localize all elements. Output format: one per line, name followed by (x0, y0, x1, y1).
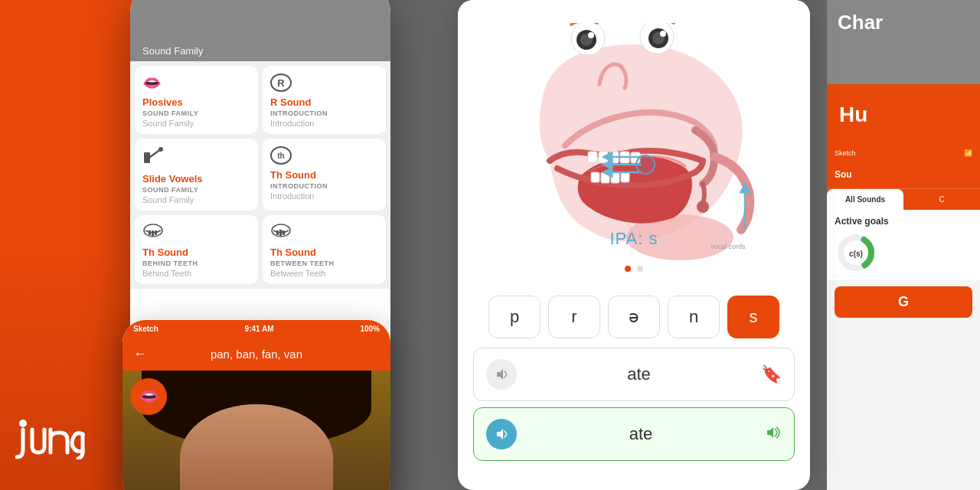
phoneme-btn-schwa[interactable]: ə (608, 296, 660, 338)
th-intro-subtitle: INTRODUCTION (270, 182, 378, 190)
tab-all-sounds[interactable]: All Sounds (827, 189, 903, 210)
th-behind-desc: Behind Teeth (142, 269, 250, 278)
th-intro-icon: th (270, 146, 378, 165)
svg-rect-20 (611, 172, 619, 183)
bookmark-button-1[interactable]: 🔖 (761, 364, 782, 384)
back-button[interactable]: ← (133, 346, 147, 362)
sound-family-header-label: Sound Family (142, 45, 203, 57)
phone-content-area: 👄 (122, 371, 390, 490)
status-battery: 100% (360, 325, 380, 333)
right-phone-status: Sketch 📶 (827, 145, 980, 161)
svg-point-26 (636, 155, 655, 174)
main-center-panel: vocal cords IPA: s p r ə n s ate 🔖 (458, 0, 810, 490)
svg-text:c(s): c(s) (849, 250, 863, 258)
right-phone-header-title: Sou (835, 169, 852, 180)
rsound-subtitle: INTRODUCTION (270, 109, 378, 117)
th-between-title: Th Sound (270, 247, 378, 258)
slide-vowels-icon (142, 146, 250, 168)
slide-vowels-subtitle: SOUND FAMILY (142, 186, 250, 194)
plosives-desc: Sound Family (142, 119, 250, 128)
phone-status-bar: Sketch 9:41 AM 100% (122, 320, 390, 337)
th-behind-subtitle: BEHIND TEETH (142, 260, 250, 267)
word-row-2: ate (473, 407, 795, 461)
plosives-title: Plosives (142, 96, 250, 108)
svg-point-12 (697, 201, 709, 213)
right-panel-top: Char (827, 0, 980, 84)
th-behind-icon (142, 223, 250, 242)
active-goals-label: Active goals (835, 216, 972, 227)
svg-rect-8 (276, 230, 279, 235)
phone-header-title: pan, ban, fan, van (211, 348, 302, 361)
dot-1 (625, 266, 631, 272)
phone-left-header: Sound Family (130, 0, 390, 61)
dot-indicators (625, 266, 643, 272)
rsound-title: R Sound (270, 96, 378, 108)
plosives-subtitle: SOUND FAMILY (142, 109, 250, 117)
sound-card-plosives[interactable]: 👄 Plosives SOUND FAMILY Sound Family (135, 66, 258, 134)
phoneme-buttons: p r ə n s (458, 283, 810, 348)
anatomy-image-area: vocal cords IPA: s (458, 0, 810, 283)
phoneme-btn-p[interactable]: p (488, 296, 541, 338)
status-signal: Sketch (133, 325, 158, 333)
rsound-icon: R (270, 74, 378, 92)
right-panel: Char Hu Sketch 📶 Sou All Sounds C Active… (827, 0, 980, 490)
left-panel (0, 0, 134, 490)
sound-cards-grid: 👄 Plosives SOUND FAMILY Sound Family R R… (130, 61, 390, 289)
status-time: 9:41 AM (245, 325, 274, 333)
sound-card-th-intro[interactable]: th Th Sound INTRODUCTION Introduction (263, 139, 386, 211)
phoneme-btn-n[interactable]: n (668, 296, 720, 338)
dot-2 (637, 266, 643, 272)
th-intro-title: Th Sound (270, 169, 378, 181)
slide-vowels-title: Slide Vowels (142, 173, 250, 185)
right-status-signal: Sketch (835, 149, 856, 157)
phoneme-btn-s[interactable]: s (727, 296, 779, 338)
th-between-desc: Between Teeth (270, 269, 378, 278)
svg-point-34 (660, 31, 666, 37)
goals-chart-area: c(s) (835, 231, 972, 274)
svg-rect-6 (155, 230, 157, 235)
svg-rect-19 (601, 172, 609, 183)
phone-bottom-left-mockup: Sketch 9:41 AM 100% ← pan, ban, fan, van… (122, 320, 390, 490)
speaker-button-1[interactable] (486, 359, 517, 390)
th-between-subtitle: BETWEEN TEETH (270, 260, 378, 267)
svg-point-2 (158, 147, 163, 152)
svg-point-30 (588, 32, 594, 38)
phoneme-btn-r[interactable]: r (548, 296, 600, 338)
svg-rect-1 (144, 152, 150, 163)
phone-header: ← pan, ban, fan, van (122, 337, 390, 371)
plosives-icon: 👄 (142, 74, 250, 92)
right-wifi-icon: 📶 (964, 149, 972, 157)
svg-rect-21 (621, 172, 629, 182)
sound-card-th-behind[interactable]: Th Sound BEHIND TEETH Behind Teeth (135, 215, 258, 284)
right-tabs: All Sounds C (827, 188, 980, 210)
svg-rect-13 (588, 152, 597, 162)
tab-c[interactable]: C (903, 189, 980, 210)
word-text-2: ate (526, 424, 756, 444)
word-text-1: ate (526, 364, 752, 384)
right-phone-header: Sou (827, 161, 980, 188)
hu-label: Hu (839, 103, 867, 127)
sound-card-slide-vowels[interactable]: Slide Vowels SOUND FAMILY Sound Family (135, 139, 258, 211)
anatomy-illustration: vocal cords (488, 23, 779, 260)
volume-up-button[interactable] (765, 426, 782, 443)
svg-text:vocal cords: vocal cords (710, 243, 746, 250)
char-label: Char (838, 11, 883, 34)
svg-rect-10 (283, 230, 285, 235)
sound-card-th-between[interactable]: Th Sound BETWEEN TEETH Between Teeth (263, 215, 386, 284)
th-behind-title: Th Sound (142, 247, 250, 258)
word-row-1: ate 🔖 (473, 348, 795, 401)
sound-card-rsound[interactable]: R R Sound INTRODUCTION Introduction (263, 66, 386, 134)
svg-point-0 (19, 420, 27, 427)
app-logo (15, 417, 134, 467)
goals-donut-chart: c(s) (835, 231, 877, 274)
g-button[interactable]: G (835, 286, 972, 318)
mouth-icon-overlay: 👄 (130, 378, 167, 415)
svg-rect-5 (152, 230, 154, 236)
active-goals-section: Active goals c(s) (827, 210, 980, 280)
svg-rect-14 (599, 152, 608, 163)
speaker-button-2[interactable] (486, 419, 517, 449)
svg-rect-18 (591, 172, 599, 182)
ipa-label: IPA: s (609, 229, 658, 249)
th-between-icon (270, 223, 378, 242)
right-panel-orange: Hu (827, 84, 980, 145)
